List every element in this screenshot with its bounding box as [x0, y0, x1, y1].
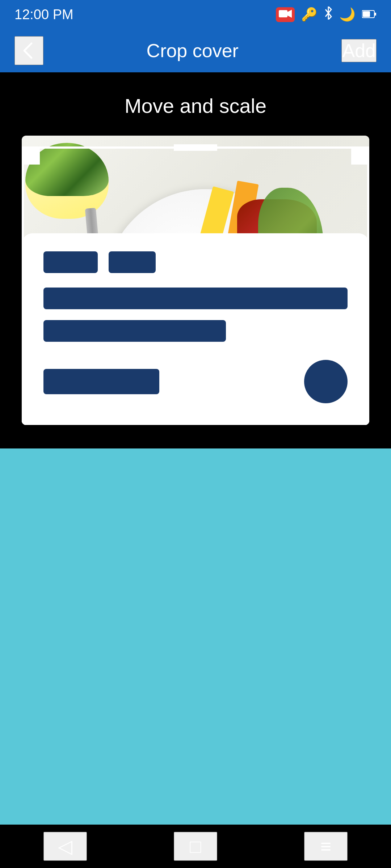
- card-circle-button[interactable]: [304, 360, 348, 403]
- back-button[interactable]: [14, 36, 43, 65]
- svg-rect-3: [374, 13, 376, 16]
- bluetooth-icon: [324, 7, 333, 23]
- nav-back-button[interactable]: ◁: [43, 832, 87, 861]
- card-bar-full: [43, 288, 348, 309]
- video-record-icon: [276, 7, 295, 22]
- nav-home-button[interactable]: □: [174, 832, 217, 861]
- status-bar: 12:00 PM 🔑 🌙: [0, 0, 391, 29]
- add-button[interactable]: Add: [341, 39, 377, 62]
- instruction-text: Move and scale: [125, 94, 266, 118]
- nav-menu-button[interactable]: ≡: [304, 832, 348, 861]
- status-icons: 🔑 🌙: [276, 7, 377, 23]
- svg-rect-0: [279, 10, 287, 17]
- card-row-1: [43, 251, 348, 273]
- svg-marker-1: [287, 10, 292, 18]
- card-block-1: [43, 251, 98, 273]
- svg-rect-4: [363, 11, 370, 17]
- app-bar: Crop cover Add: [0, 29, 391, 72]
- crop-area-wrapper[interactable]: [22, 136, 369, 425]
- card-bottom: [22, 233, 369, 425]
- card-row-bottom: [43, 360, 348, 403]
- battery-icon: [362, 7, 377, 22]
- bottom-background: [0, 448, 391, 825]
- greens-bowl: [25, 143, 109, 219]
- nav-bar: ◁ □ ≡: [0, 825, 391, 868]
- card-bar-half: [43, 320, 226, 342]
- corner-handle-tr[interactable]: [351, 146, 369, 165]
- card-block-2: [109, 251, 156, 273]
- card-block-long: [43, 369, 159, 394]
- key-icon: 🔑: [301, 7, 318, 22]
- page-title: Crop cover: [147, 40, 239, 61]
- moon-icon: 🌙: [339, 7, 356, 22]
- status-time: 12:00 PM: [14, 7, 73, 22]
- handle-top-center[interactable]: [174, 144, 217, 151]
- main-content: Move and scale: [0, 72, 391, 448]
